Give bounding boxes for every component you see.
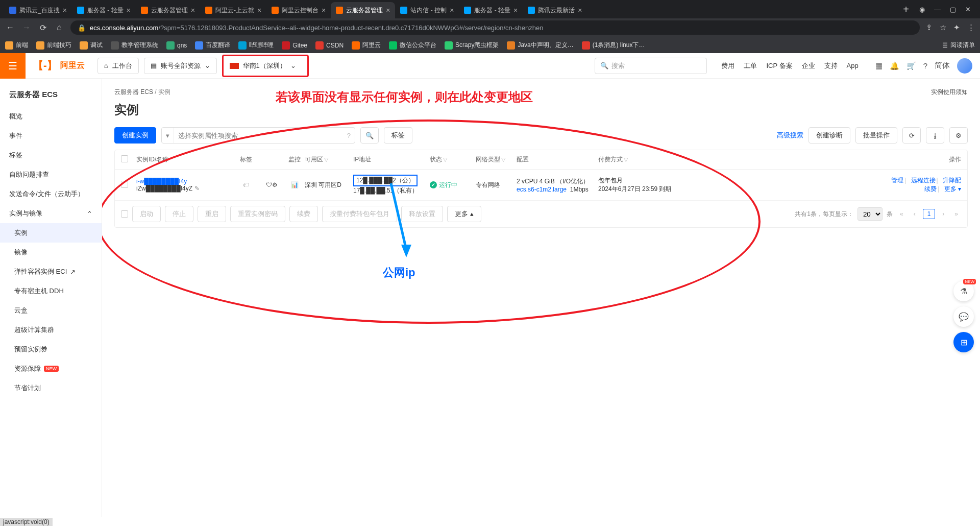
sidebar-item[interactable]: 超级计算集群 — [0, 320, 102, 340]
filter-icon[interactable]: ▽ — [501, 156, 505, 162]
instance-id-link[interactable]: i-w████████f4y — [136, 178, 233, 185]
workbench-link[interactable]: ⌂ 工作台 — [97, 58, 139, 74]
op-renew[interactable]: 续费 — [924, 185, 937, 193]
language-switch[interactable]: 简体 — [935, 61, 950, 70]
new-tab-button[interactable]: + — [898, 4, 914, 15]
settings-icon[interactable]: ⚙ — [949, 127, 968, 144]
bookmark-item[interactable]: 前端 — [5, 41, 28, 50]
global-search[interactable]: 🔍 搜索 — [595, 58, 707, 74]
select-all-checkbox[interactable] — [121, 210, 128, 218]
browser-tab[interactable]: 云服务器管理× — [331, 2, 395, 18]
maximize-icon[interactable]: ▢ — [950, 6, 956, 13]
prev-page-icon[interactable]: ‹ — [911, 209, 919, 219]
bookmark-item[interactable]: Gitee — [282, 41, 307, 50]
header-link[interactable]: 企业 — [802, 61, 815, 70]
help-icon[interactable]: ? — [923, 61, 927, 70]
bookmark-item[interactable]: 调试 — [80, 41, 103, 50]
bell-icon[interactable]: 🔔 — [890, 61, 899, 70]
close-tab-icon[interactable]: × — [63, 6, 67, 14]
search-input[interactable] — [174, 132, 343, 139]
browser-tab[interactable]: 服务器 - 轻量× — [72, 2, 136, 18]
extensions-icon[interactable]: ✦ — [953, 23, 960, 32]
diagnose-button[interactable]: 创建诊断 — [808, 127, 850, 144]
download-icon[interactable]: ⭳ — [926, 127, 944, 144]
bookmark-item[interactable]: Scrapy爬虫框架 — [445, 41, 499, 50]
info-icon[interactable]: ? — [343, 132, 355, 139]
create-instance-button[interactable]: 创建实例 — [114, 127, 156, 144]
header-link[interactable]: 工单 — [744, 61, 757, 70]
bookmark-item[interactable]: 教学管理系统 — [111, 41, 158, 50]
flask-icon[interactable]: ⚗NEW — [953, 281, 974, 301]
bookmark-item[interactable]: (1条消息) linux下… — [582, 41, 645, 50]
close-tab-icon[interactable]: × — [191, 6, 195, 14]
close-tab-icon[interactable]: × — [257, 6, 261, 14]
address-bar[interactable]: 🔒 ecs.console.aliyun.com/?spm=5176.12818… — [70, 20, 920, 35]
cart-icon[interactable]: 🛒 — [906, 61, 916, 70]
header-link[interactable]: ICP 备案 — [766, 61, 792, 70]
help-link[interactable]: 实例使用须知 — [931, 88, 968, 97]
advanced-search-link[interactable]: 高级搜索 — [777, 131, 803, 140]
page-size-select[interactable]: 20 — [857, 207, 883, 221]
avatar[interactable] — [957, 58, 972, 74]
browser-tab[interactable]: 腾讯云_百度搜× — [4, 2, 72, 18]
next-page-icon[interactable]: › — [939, 209, 947, 219]
monitor-icon[interactable]: 📊 — [291, 181, 299, 188]
edit-icon[interactable]: ✎ — [194, 185, 200, 192]
breadcrumb-root[interactable]: 云服务器 ECS — [114, 88, 153, 95]
row-checkbox[interactable] — [121, 181, 128, 188]
bookmark-item[interactable]: Java中声明、定义… — [507, 41, 573, 50]
bookmark-item[interactable]: qns — [166, 41, 187, 50]
instance-search[interactable]: ▾ ? — [161, 127, 355, 144]
close-tab-icon[interactable]: × — [450, 6, 454, 14]
op-remote[interactable]: 远程连接 — [911, 177, 936, 184]
reading-list[interactable]: ☰ 阅读清单 — [942, 41, 975, 50]
apps-icon[interactable]: ⊞ — [953, 332, 974, 352]
sidebar-item[interactable]: 专有宿主机 DDH — [0, 281, 102, 301]
resource-selector[interactable]: ▤ 账号全部资源 ⌄ — [144, 58, 217, 74]
search-button[interactable]: 🔍 — [360, 127, 379, 144]
close-window-icon[interactable]: ✕ — [965, 6, 971, 13]
header-link[interactable]: 支持 — [824, 61, 838, 70]
op-resize[interactable]: 升降配 — [943, 177, 961, 184]
sidebar-item[interactable]: 标签 — [0, 146, 102, 165]
sidebar-item[interactable]: 节省计划 — [0, 378, 102, 398]
bookmark-item[interactable]: 哔哩哔哩 — [238, 41, 274, 50]
star-icon[interactable]: ☆ — [940, 23, 946, 32]
select-all-checkbox[interactable] — [121, 155, 128, 162]
browser-tab[interactable]: 阿里云-上云就× — [200, 2, 266, 18]
sidebar-item[interactable]: 实例 — [0, 223, 102, 243]
home-icon[interactable]: ⌂ — [54, 23, 64, 32]
header-link[interactable]: 费用 — [721, 61, 734, 70]
browser-tab[interactable]: 阿里云控制台× — [266, 2, 331, 18]
sidebar-item[interactable]: 资源保障 NEW — [0, 359, 102, 378]
bookmark-item[interactable]: 前端技巧 — [36, 41, 71, 50]
bookmark-item[interactable]: 微信公众平台 — [389, 41, 436, 50]
filter-icon[interactable]: ▽ — [624, 156, 628, 162]
sidebar-item[interactable]: 预留实例券 — [0, 340, 102, 359]
back-icon[interactable]: ← — [5, 23, 15, 32]
filter-icon[interactable]: ▽ — [324, 156, 328, 162]
sidebar-item[interactable]: 镜像 — [0, 243, 102, 262]
refresh-icon[interactable]: ⟳ — [902, 127, 921, 144]
tag-button[interactable]: 标签 — [384, 127, 412, 144]
region-selector[interactable]: 华南1（深圳） ⌄ — [222, 55, 309, 77]
instance-type-link[interactable]: ecs.s6-c1m2.large — [517, 186, 567, 193]
close-tab-icon[interactable]: × — [386, 6, 390, 14]
bookmark-item[interactable]: 百度翻译 — [195, 41, 230, 50]
bookmark-item[interactable]: 阿里云 — [352, 41, 381, 50]
close-tab-icon[interactable]: × — [127, 6, 131, 14]
tag-icon[interactable]: 🏷 — [243, 181, 249, 188]
browser-tab[interactable]: 腾讯云最新活× — [523, 2, 587, 18]
op-manage[interactable]: 管理 — [891, 177, 903, 184]
public-ip[interactable]: 12█.███.██2（公） — [353, 175, 418, 186]
hamburger-icon[interactable]: ☰ — [0, 53, 26, 79]
close-tab-icon[interactable]: × — [322, 6, 326, 14]
browser-tab[interactable]: 站内信 - 控制× — [395, 2, 459, 18]
sidebar-item[interactable]: 自助问题排查 — [0, 165, 102, 184]
batch-button[interactable]: 批量操作 — [855, 127, 897, 144]
grid-icon[interactable]: ▦ — [875, 61, 883, 70]
filter-icon[interactable]: ▽ — [443, 156, 447, 162]
last-page-icon[interactable]: » — [951, 209, 961, 219]
close-tab-icon[interactable]: × — [578, 6, 582, 14]
header-link[interactable]: App — [847, 62, 859, 69]
